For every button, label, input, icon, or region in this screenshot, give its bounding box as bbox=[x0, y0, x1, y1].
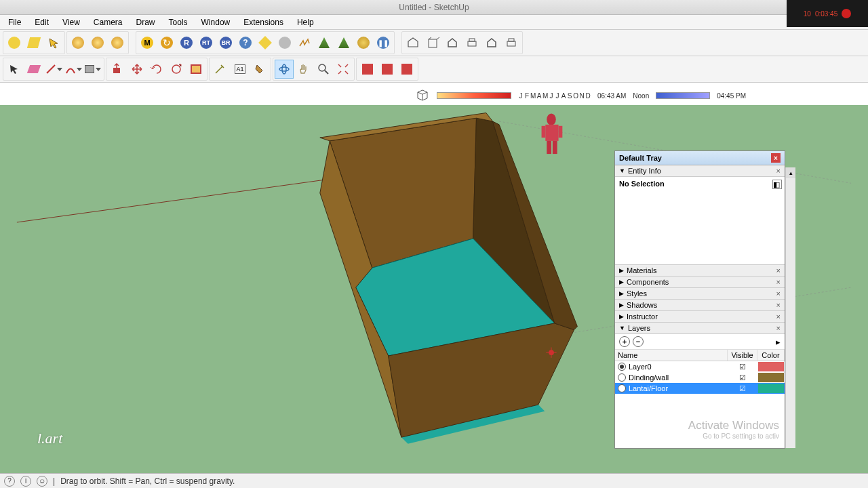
tb-y1-icon[interactable] bbox=[68, 33, 87, 52]
arc-tool-icon[interactable] bbox=[64, 60, 83, 79]
warehouse1-icon[interactable] bbox=[358, 60, 377, 79]
panel-close-icon[interactable]: × bbox=[776, 289, 781, 298]
house3-icon[interactable] bbox=[482, 33, 501, 52]
text-tool-icon[interactable]: A1 bbox=[231, 60, 250, 79]
col-name[interactable]: Name bbox=[615, 350, 728, 361]
menu-window[interactable]: Window bbox=[195, 16, 237, 28]
col-color[interactable]: Color bbox=[757, 350, 785, 361]
status-info-icon[interactable]: i bbox=[20, 476, 31, 487]
tb-open-icon[interactable] bbox=[24, 33, 43, 52]
panel-close-icon[interactable]: × bbox=[776, 167, 781, 175]
date-gradient[interactable] bbox=[437, 92, 511, 99]
badge-r-icon[interactable]: R bbox=[177, 33, 196, 52]
menu-help[interactable]: Help bbox=[290, 16, 321, 28]
warehouse2-icon[interactable] bbox=[378, 60, 397, 79]
layer-add-icon[interactable]: + bbox=[619, 336, 630, 347]
select-tool-icon[interactable] bbox=[5, 60, 24, 79]
tape-tool-icon[interactable] bbox=[211, 60, 230, 79]
panel-close-icon[interactable]: × bbox=[776, 301, 781, 309]
layer-visible-checkbox[interactable]: ☑ bbox=[728, 373, 757, 382]
scale-tool-icon[interactable] bbox=[167, 60, 186, 79]
box-icon[interactable] bbox=[423, 33, 442, 52]
badge-tree1-icon[interactable] bbox=[315, 33, 334, 52]
panel-close-icon[interactable]: × bbox=[776, 278, 781, 286]
badge-br-icon[interactable]: BR bbox=[216, 33, 235, 52]
layer-name[interactable]: Layer0 bbox=[629, 361, 728, 372]
badge-globe-icon[interactable] bbox=[354, 33, 373, 52]
badge-pause-icon[interactable]: ❚❚ bbox=[374, 33, 393, 52]
layer-delete-icon[interactable]: − bbox=[633, 336, 644, 347]
panel-layers-head[interactable]: ▼Layers× bbox=[615, 323, 785, 334]
tray-scrollbar[interactable]: ▴ bbox=[785, 167, 795, 448]
entity-pin-icon[interactable]: ◧ bbox=[772, 180, 782, 189]
menu-extensions[interactable]: Extensions bbox=[237, 16, 290, 28]
badge-m-icon[interactable]: M bbox=[138, 33, 157, 52]
house1-icon[interactable] bbox=[403, 33, 422, 52]
menu-edit[interactable]: Edit bbox=[28, 16, 56, 28]
tray-close-icon[interactable]: × bbox=[771, 153, 781, 163]
menu-file[interactable]: File bbox=[1, 16, 28, 28]
zoom-tool-icon[interactable] bbox=[314, 60, 333, 79]
house2-icon[interactable] bbox=[443, 33, 462, 52]
layer-name[interactable]: Dinding/wall bbox=[629, 372, 728, 383]
layer-row-floor[interactable]: Lantai/Floor ☑ bbox=[615, 383, 785, 394]
layer-row-wall[interactable]: Dinding/wall ☑ bbox=[615, 372, 785, 383]
panel-components-head[interactable]: ▶Components× bbox=[615, 277, 785, 288]
badge-lines-icon[interactable] bbox=[295, 33, 314, 52]
status-help-icon[interactable]: ? bbox=[4, 476, 15, 487]
tb-new-icon[interactable] bbox=[5, 33, 24, 52]
badge-rt-icon[interactable]: RT bbox=[197, 33, 216, 52]
panel-entity-info-head[interactable]: ▼Entity Info × bbox=[615, 165, 785, 177]
layer-visible-checkbox[interactable]: ☑ bbox=[728, 384, 757, 393]
panel-shadows-head[interactable]: ▶Shadows× bbox=[615, 300, 785, 311]
time-gradient[interactable] bbox=[656, 92, 710, 99]
panel-close-icon[interactable]: × bbox=[776, 266, 781, 274]
menu-camera[interactable]: Camera bbox=[87, 16, 130, 28]
menu-view[interactable]: View bbox=[56, 16, 87, 28]
move-tool-icon[interactable] bbox=[127, 60, 146, 79]
zoom-extents-icon[interactable] bbox=[334, 60, 353, 79]
menu-draw[interactable]: Draw bbox=[130, 16, 162, 28]
svg-rect-26 bbox=[545, 125, 558, 141]
panel-close-icon[interactable]: × bbox=[776, 324, 781, 332]
layer-name[interactable]: Lantai/Floor bbox=[629, 383, 728, 394]
layer-row-layer0[interactable]: Layer0 ☑ bbox=[615, 361, 785, 372]
layer-active-radio[interactable] bbox=[618, 373, 626, 382]
tray-header[interactable]: Default Tray × bbox=[615, 151, 785, 165]
badge-arrow-icon[interactable]: ↻ bbox=[157, 33, 176, 52]
layer-active-radio[interactable] bbox=[618, 363, 626, 371]
warehouse3-icon[interactable] bbox=[397, 60, 416, 79]
panel-materials-head[interactable]: ▶Materials× bbox=[615, 265, 785, 277]
badge-tag-icon[interactable] bbox=[256, 33, 275, 52]
layer-color-swatch[interactable] bbox=[758, 373, 784, 382]
tb-y3-icon[interactable] bbox=[108, 33, 127, 52]
paint-tool-icon[interactable] bbox=[250, 60, 269, 79]
panel-close-icon[interactable]: × bbox=[776, 312, 781, 321]
rect-tool-icon[interactable] bbox=[83, 60, 102, 79]
layer-color-swatch[interactable] bbox=[758, 384, 784, 393]
panel-instructor-head[interactable]: ▶Instructor× bbox=[615, 311, 785, 323]
tb-y2-icon[interactable] bbox=[88, 33, 107, 52]
menu-tools[interactable]: Tools bbox=[162, 16, 195, 28]
status-user-icon[interactable]: ☺ bbox=[37, 476, 47, 487]
scroll-up-icon[interactable]: ▴ bbox=[786, 167, 795, 178]
orbit-tool-icon[interactable] bbox=[275, 60, 294, 79]
layer-color-swatch[interactable] bbox=[758, 362, 784, 371]
tb-select-icon[interactable] bbox=[44, 33, 63, 52]
layer-visible-checkbox[interactable]: ☑ bbox=[728, 363, 757, 371]
pan-tool-icon[interactable] bbox=[294, 60, 313, 79]
layer-active-radio[interactable] bbox=[618, 384, 626, 392]
layer-menu-icon[interactable]: ▸ bbox=[776, 337, 781, 347]
rotate-tool-icon[interactable] bbox=[147, 60, 166, 79]
panel-styles-head[interactable]: ▶Styles× bbox=[615, 288, 785, 300]
print-icon[interactable] bbox=[462, 33, 481, 52]
badge-q-icon[interactable]: ? bbox=[236, 33, 255, 52]
eraser-tool-icon[interactable] bbox=[24, 60, 43, 79]
badge-gray-icon[interactable] bbox=[275, 33, 294, 52]
offset-tool-icon[interactable] bbox=[186, 60, 205, 79]
pushpull-tool-icon[interactable] bbox=[108, 60, 127, 79]
print2-icon[interactable] bbox=[502, 33, 521, 52]
badge-tree2-icon[interactable] bbox=[334, 33, 353, 52]
line-tool-icon[interactable] bbox=[44, 60, 63, 79]
col-visible[interactable]: Visible bbox=[728, 350, 757, 361]
